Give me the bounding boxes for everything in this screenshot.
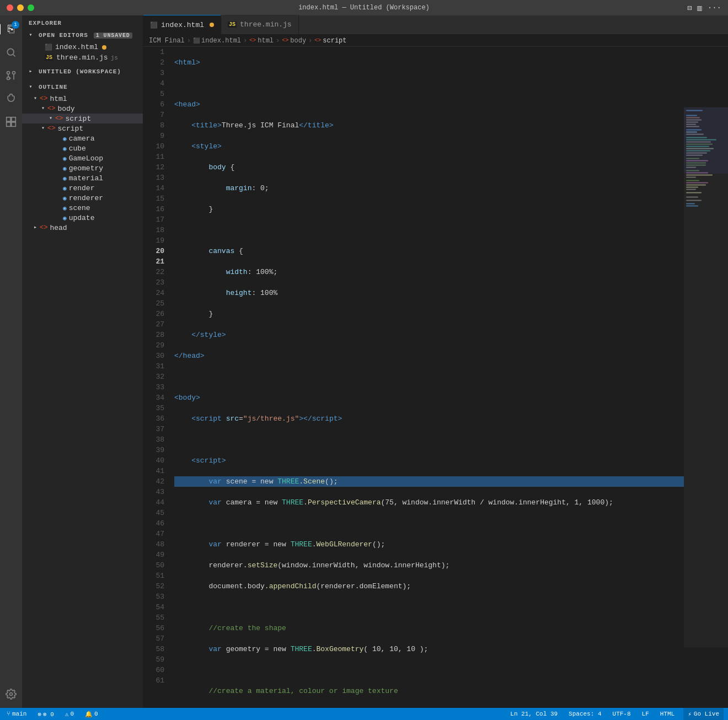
code-line-3: <head> xyxy=(174,99,728,110)
body-label: body xyxy=(57,105,74,113)
outline-item-script-1[interactable]: <> script xyxy=(22,114,143,123)
code-line-22: var camera = new THREE.PerspectiveCamera… xyxy=(174,497,728,508)
svg-rect-11 xyxy=(684,108,728,648)
outline-item-render[interactable]: ◉ render xyxy=(22,183,143,193)
html-label: html xyxy=(50,95,67,103)
outline-item-head[interactable]: <> head xyxy=(22,223,143,233)
tabs-bar: ⬛ index.html JS three.min.js xyxy=(143,15,728,35)
scene-ref-icon: ◉ xyxy=(63,205,67,212)
svg-line-1 xyxy=(13,55,15,57)
svg-rect-41 xyxy=(686,182,708,184)
tab-index-html[interactable]: ⬛ index.html xyxy=(143,15,221,34)
svg-point-3 xyxy=(13,72,15,74)
editor-filename-index: index.html xyxy=(55,43,98,51)
source-control-activity-icon[interactable] xyxy=(2,66,20,85)
breadcrumb-item-indexhtml[interactable]: ⬛ index.html xyxy=(193,37,241,45)
open-editors-header[interactable]: OPEN EDITORS 1 UNSAVED xyxy=(22,29,143,42)
code-line-20: <script> xyxy=(174,455,728,466)
go-live-icon: ⚡ xyxy=(688,711,692,718)
code-line-1: <html> xyxy=(174,57,728,68)
breadcrumb-script-tag-icon: <> xyxy=(314,37,321,44)
outline-item-script-2[interactable]: <> script xyxy=(22,123,143,133)
debug-icon xyxy=(6,93,17,104)
search-activity-icon[interactable] xyxy=(2,43,20,62)
outline-item-body[interactable]: <> body xyxy=(22,104,143,114)
svg-rect-7 xyxy=(12,117,16,122)
maximize-button[interactable] xyxy=(28,4,34,11)
breadcrumb-sep-2: › xyxy=(243,37,247,45)
outline-arrow xyxy=(26,83,35,92)
notifications-item[interactable]: 🔔 0 xyxy=(83,708,100,720)
script2-label: script xyxy=(57,125,83,133)
cube-arrow xyxy=(54,144,63,153)
outline-item-cube[interactable]: ◉ cube xyxy=(22,143,143,153)
material-label: material xyxy=(69,174,103,182)
line-ending-text: LF xyxy=(642,711,649,717)
outline-item-gameloop[interactable]: ◉ GameLoop xyxy=(22,153,143,163)
editor-item-index-html[interactable]: ⬛ index.html xyxy=(22,42,143,52)
code-line-7: margin: 0; xyxy=(174,183,728,194)
warnings-item[interactable]: ⚠ 0 xyxy=(63,708,76,720)
outline-item-renderer[interactable]: ◉ renderer xyxy=(22,193,143,203)
ln-col-item[interactable]: Ln 21, Col 39 xyxy=(508,708,560,720)
split-editor-icon[interactable]: ⊟ xyxy=(687,3,692,13)
breadcrumb-item-script[interactable]: <> script xyxy=(314,37,346,45)
html-outline-icon: <> xyxy=(40,95,47,103)
svg-rect-9 xyxy=(12,122,16,127)
activity-bar: ⎘ 1 xyxy=(0,15,22,708)
outline-item-scene[interactable]: ◉ scene xyxy=(22,203,143,213)
geometry-arrow xyxy=(54,164,63,173)
close-button[interactable] xyxy=(7,4,13,11)
minimap-svg xyxy=(684,47,728,708)
tab-three-min-js[interactable]: JS three.min.js xyxy=(221,15,299,34)
outline-item-update[interactable]: ◉ update xyxy=(22,213,143,223)
language-text: HTML xyxy=(660,711,675,717)
code-content[interactable]: <html> <head> <title>Three.js ICM Final<… xyxy=(170,47,728,708)
outline-header[interactable]: OUTLINE xyxy=(22,80,143,94)
outline-item-camera[interactable]: ◉ camera xyxy=(22,133,143,143)
svg-rect-50 xyxy=(684,108,728,174)
breadcrumb-item-icmfinal[interactable]: ICM Final xyxy=(149,37,185,45)
editor-filename-three: three.min.js xyxy=(56,53,108,62)
code-line-25: renderer.setSize(window.innerWidth, wind… xyxy=(174,560,728,571)
outline-item-geometry[interactable]: ◉ geometry xyxy=(22,163,143,173)
settings-activity-icon[interactable] xyxy=(2,685,20,703)
body-arrow xyxy=(39,104,47,113)
breadcrumb-item-body[interactable]: <> body xyxy=(282,37,306,45)
svg-rect-44 xyxy=(686,189,696,190)
editor-item-three-min-js[interactable]: JS three.min.js js xyxy=(22,52,143,63)
tab-index-html-label: index.html xyxy=(161,21,204,29)
editor[interactable]: 1 2 3 4 5 6 7 8 9 10 11 12 13 14 15 16 1… xyxy=(143,47,728,708)
explorer-header: EXPLORER xyxy=(22,15,143,29)
breadcrumb-item-html[interactable]: <> html xyxy=(249,37,274,45)
errors-item[interactable]: ⊗ ⊗ 0 xyxy=(35,708,56,720)
tab-modified-dot xyxy=(210,23,214,27)
go-live-button[interactable]: ⚡ Go Live xyxy=(683,708,724,720)
spaces-item[interactable]: Spaces: 4 xyxy=(566,708,603,720)
line-ending-item[interactable]: LF xyxy=(640,708,651,720)
script2-arrow xyxy=(39,124,47,133)
code-line-24: var renderer = new THREE.WebGLRenderer()… xyxy=(174,539,728,550)
debug-activity-icon[interactable] xyxy=(2,89,20,108)
git-branch-item[interactable]: ⑂ main xyxy=(4,708,29,720)
explorer-activity-icon[interactable]: ⎘ 1 xyxy=(2,20,20,39)
minimize-button[interactable] xyxy=(17,4,24,11)
code-line-4: <title>Three.js ICM Final</title> xyxy=(174,120,728,131)
html-file-icon: ⬛ xyxy=(45,44,52,51)
material-arrow xyxy=(54,174,63,182)
code-line-18: <script src="js/three.js"></script> xyxy=(174,413,728,424)
language-item[interactable]: HTML xyxy=(658,708,677,720)
encoding-item[interactable]: UTF-8 xyxy=(611,708,633,720)
open-editors-badge: 1 UNSAVED xyxy=(94,33,132,39)
more-actions-icon[interactable]: ··· xyxy=(708,3,721,13)
modified-indicator xyxy=(102,45,106,50)
workspace-header[interactable]: UNTITLED (WORKSPACE) xyxy=(22,65,143,78)
toggle-sidebar-icon[interactable]: ▥ xyxy=(697,3,702,13)
extensions-activity-icon[interactable] xyxy=(2,112,20,131)
svg-rect-39 xyxy=(686,177,696,178)
git-branch-label: main xyxy=(12,711,26,717)
breadcrumb-html-icon: ⬛ xyxy=(193,37,200,44)
outline-item-material[interactable]: ◉ material xyxy=(22,173,143,183)
outline-item-html[interactable]: <> html xyxy=(22,94,143,104)
warning-count: 0 xyxy=(70,711,74,717)
